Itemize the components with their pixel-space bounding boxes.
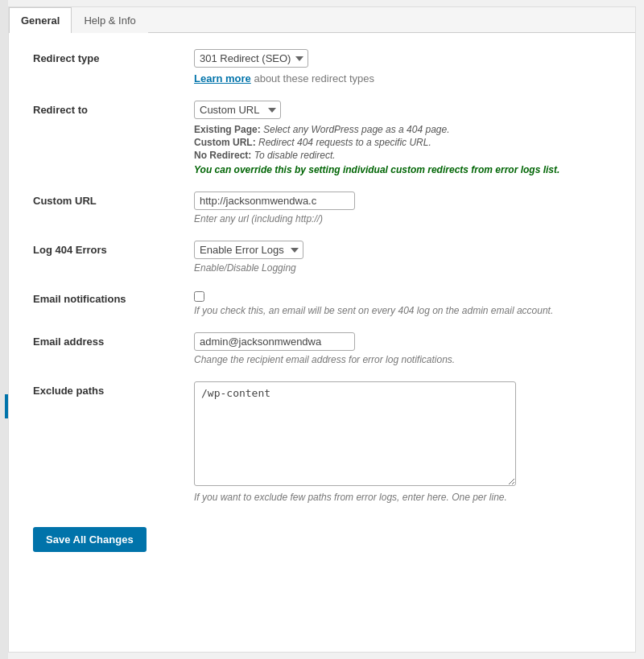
log-404-row: Log 404 Errors Enable Error Logs Disable… bbox=[33, 241, 611, 274]
exclude-paths-textarea[interactable]: /wp-content bbox=[194, 381, 516, 486]
email-notifications-wrapper bbox=[194, 290, 611, 302]
custom-url-input[interactable] bbox=[194, 192, 355, 210]
save-button-row: Save All Changes bbox=[33, 519, 611, 552]
email-address-input[interactable] bbox=[194, 332, 355, 351]
desc-custom-url: Custom URL: Redirect 404 requests to a s… bbox=[194, 137, 611, 148]
exclude-paths-label: Exclude paths bbox=[33, 381, 194, 397]
tabs-bar: General Help & Info bbox=[9, 7, 635, 33]
log-404-select[interactable]: Enable Error Logs Disable Error Logs bbox=[194, 241, 303, 259]
redirect-to-label: Redirect to bbox=[33, 101, 194, 116]
custom-url-label: Custom URL bbox=[33, 192, 194, 207]
custom-url-field: Enter any url (including http://) bbox=[194, 192, 611, 224]
desc-existing-page: Existing Page: Select any WordPress page… bbox=[194, 124, 611, 135]
log-404-help: Enable/Disable Logging bbox=[194, 262, 611, 274]
email-notifications-help: If you check this, an email will be sent… bbox=[194, 305, 611, 316]
redirect-type-label: Redirect type bbox=[33, 49, 194, 64]
save-changes-button[interactable]: Save All Changes bbox=[33, 527, 147, 552]
learn-more-link[interactable]: Learn more bbox=[194, 72, 251, 84]
active-indicator bbox=[5, 394, 8, 418]
redirect-type-select[interactable]: 301 Redirect (SEO) 302 Redirect 307 Redi… bbox=[194, 49, 308, 68]
email-address-help: Change the recipient email address for e… bbox=[194, 354, 611, 365]
desc-no-redirect: No Redirect: To disable redirect. bbox=[194, 150, 611, 161]
email-address-row: Email address Change the recipient email… bbox=[33, 332, 611, 365]
custom-url-help: Enter any url (including http://) bbox=[194, 213, 611, 224]
email-address-field: Change the recipient email address for e… bbox=[194, 332, 611, 365]
settings-form: Redirect type 301 Redirect (SEO) 302 Red… bbox=[9, 33, 635, 568]
exclude-paths-help: If you want to exclude few paths from er… bbox=[194, 492, 611, 503]
custom-url-row: Custom URL Enter any url (including http… bbox=[33, 192, 611, 224]
redirect-to-field: Existing Page Custom URL No Redirect Exi… bbox=[194, 101, 611, 175]
redirect-type-row: Redirect type 301 Redirect (SEO) 302 Red… bbox=[33, 49, 611, 84]
email-notifications-checkbox[interactable] bbox=[194, 291, 204, 302]
settings-panel: General Help & Info Redirect type 301 Re… bbox=[8, 6, 636, 653]
tab-general[interactable]: General bbox=[9, 7, 72, 33]
redirect-type-field: 301 Redirect (SEO) 302 Redirect 307 Redi… bbox=[194, 49, 611, 84]
exclude-paths-row: Exclude paths /wp-content If you want to… bbox=[33, 381, 611, 503]
email-notifications-row: Email notifications If you check this, a… bbox=[33, 290, 611, 316]
redirect-type-learn-more: Learn more about these redirect types bbox=[194, 72, 611, 84]
redirect-to-row: Redirect to Existing Page Custom URL No … bbox=[33, 101, 611, 175]
redirect-to-desc: Existing Page: Select any WordPress page… bbox=[194, 124, 611, 175]
left-sidebar bbox=[0, 0, 8, 659]
log-404-field: Enable Error Logs Disable Error Logs Ena… bbox=[194, 241, 611, 274]
learn-more-text: about these redirect types bbox=[251, 72, 374, 84]
email-notifications-label: Email notifications bbox=[33, 290, 194, 305]
email-address-label: Email address bbox=[33, 332, 194, 348]
redirect-to-select[interactable]: Existing Page Custom URL No Redirect bbox=[194, 101, 281, 119]
exclude-paths-field: /wp-content If you want to exclude few p… bbox=[194, 381, 611, 503]
tab-help-info[interactable]: Help & Info bbox=[72, 7, 147, 33]
log-404-label: Log 404 Errors bbox=[33, 241, 194, 256]
override-note: You can override this by setting individ… bbox=[194, 164, 611, 175]
email-notifications-field: If you check this, an email will be sent… bbox=[194, 290, 611, 316]
